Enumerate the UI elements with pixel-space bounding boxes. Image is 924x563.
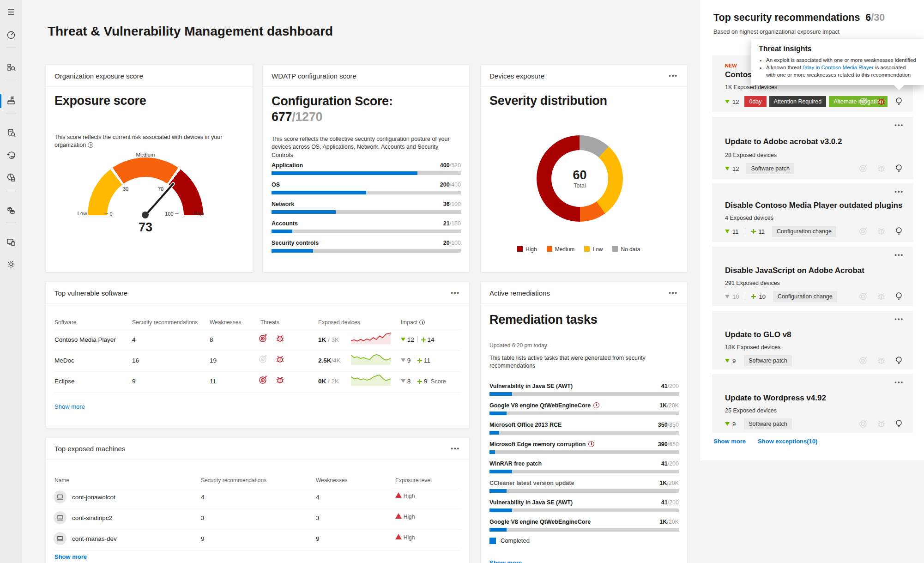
more-menu-icon[interactable]: •••	[669, 74, 678, 78]
recommendation-card[interactable]: ••• Disable Contoso Media Player outdate…	[712, 183, 913, 242]
warning-icon[interactable]	[588, 441, 594, 447]
col-name[interactable]: Name	[54, 477, 69, 484]
insight-bulb-icon[interactable]	[895, 292, 903, 301]
recommendation-title[interactable]: Update to Wordpress v4.92	[725, 393, 826, 403]
show-more-link[interactable]: Show more	[54, 553, 87, 560]
history-icon[interactable]	[0, 147, 22, 163]
remediation-task[interactable]: Vulnerability in Java SE (AWT)41/200	[489, 499, 679, 512]
exploit-target-icon	[859, 227, 868, 236]
remediation-type-badge[interactable]: Software patch	[746, 163, 794, 174]
org-security-icon[interactable]	[0, 59, 22, 76]
remediation-task[interactable]: WinRAR free patch41/200	[489, 460, 679, 473]
show-more-link[interactable]: Show more	[54, 403, 85, 410]
high-exposure-icon	[395, 534, 402, 539]
panel-subtitle: Based on highest organizational exposure…	[713, 29, 839, 35]
show-more-link[interactable]: Show more	[489, 559, 522, 563]
cell-recommendations: 9	[132, 378, 136, 385]
data-search-icon[interactable]	[0, 125, 22, 141]
card-header-label: Organization exposure score	[54, 72, 143, 80]
col-exposed[interactable]: Exposed devices	[318, 319, 360, 326]
more-menu-icon[interactable]: •••	[451, 447, 460, 450]
col-weaknesses[interactable]: Weaknesses	[316, 477, 347, 484]
cell-exposed: 1K / 3K	[318, 336, 339, 343]
remediation-task[interactable]: Google V8 engine QtWebEngineCore1K/20K	[489, 402, 679, 415]
new-label: NEW	[725, 63, 737, 68]
progress-fill	[272, 191, 366, 194]
more-menu-icon[interactable]: •••	[894, 253, 904, 257]
insight-bulb-icon[interactable]	[895, 356, 903, 365]
remediation-task[interactable]: Google V8 engine QtWebEngineCore1K/20K	[489, 519, 679, 532]
legend-swatch	[612, 246, 618, 252]
menu-icon[interactable]	[0, 4, 22, 20]
more-menu-icon[interactable]: •••	[894, 123, 904, 127]
zero-day-badge[interactable]: 0day	[744, 96, 766, 107]
plus-icon	[417, 379, 422, 384]
col-recommendations[interactable]: Security recommendations	[132, 319, 198, 326]
more-menu-icon[interactable]: •••	[669, 291, 678, 295]
remediation-task[interactable]: Microsoft Edge memory corruption390/650	[489, 441, 679, 454]
settings-icon[interactable]	[0, 256, 22, 272]
reports-icon[interactable]	[0, 169, 22, 186]
remediation-type-badge[interactable]: Configuration change	[772, 226, 836, 237]
progress-track	[489, 489, 679, 493]
recommendation-title[interactable]: Disable JavaScript on Adobe Acrobat	[725, 266, 864, 275]
devices-exposure-card: Devices exposure••• Severity distributio…	[481, 65, 687, 272]
high-exposure-icon	[395, 492, 402, 498]
progress-fill	[272, 210, 336, 214]
recommendation-icons	[859, 227, 903, 236]
threat-link[interactable]: 0day in Contoso Media Player	[803, 65, 873, 70]
recommendation-card[interactable]: ••• Update to GLO v8 18K Exposed devices…	[712, 311, 913, 369]
devices-icon[interactable]	[0, 234, 22, 250]
more-menu-icon[interactable]: •••	[894, 381, 904, 384]
tick-mark	[175, 213, 179, 214]
sparkline-chart	[351, 374, 391, 387]
insight-bulb-icon[interactable]	[895, 227, 903, 236]
machine-avatar	[54, 511, 66, 524]
remediation-task[interactable]: Vulnerability in Java SE (AWT)41/200	[489, 383, 679, 396]
config-bar-app: Application400/520	[272, 162, 461, 175]
score-label: Score	[431, 378, 446, 385]
gauge-tick-70: 70	[155, 186, 166, 192]
progress-fill	[489, 489, 507, 493]
remediation-type-badge[interactable]: Configuration change	[773, 291, 837, 302]
recommendation-card[interactable]: ••• Disable JavaScript on Adobe Acrobat …	[712, 247, 913, 306]
info-icon[interactable]	[88, 142, 93, 148]
remediation-task[interactable]: Microsoft Office 2013 RCE350/850	[489, 422, 679, 435]
threat-bug-icon[interactable]	[877, 97, 886, 106]
recommendation-title[interactable]: Update to Adobe acrobat v3.0.2	[725, 137, 842, 146]
more-menu-icon[interactable]: •••	[894, 190, 904, 194]
recommendation-title[interactable]: Disable Contoso Media Player outdated pl…	[725, 201, 902, 210]
secure-score-icon[interactable]	[0, 92, 22, 109]
recommendation-icons	[859, 419, 903, 428]
configuration-score-total: /1270	[292, 110, 322, 124]
insight-bulb-icon[interactable]	[895, 419, 903, 428]
cell-weaknesses: 9	[316, 535, 320, 542]
insight-bulb-icon[interactable]	[895, 97, 903, 106]
remediation-type-badge[interactable]: Software patch	[744, 355, 791, 366]
divider	[54, 371, 461, 372]
col-exposure[interactable]: Exposure level	[395, 477, 432, 484]
recommendation-card[interactable]: ••• Update to Wordpress v4.92 25 Exposed…	[712, 374, 913, 433]
insight-bulb-icon[interactable]	[895, 164, 903, 173]
info-icon[interactable]	[419, 320, 425, 325]
remediation-task[interactable]: CCleaner latest version update1K/20K	[489, 480, 679, 493]
inventory-icon[interactable]	[0, 202, 22, 219]
col-software[interactable]: Software	[54, 319, 76, 326]
recommendation-title[interactable]: Update to GLO v8	[725, 330, 791, 339]
panel-title: Top security recommendations 6/30	[713, 12, 885, 24]
col-threats[interactable]: Threats	[260, 319, 279, 326]
software-name: MeDoc	[54, 357, 74, 364]
col-impact[interactable]: Impact	[401, 319, 425, 326]
more-menu-icon[interactable]: •••	[451, 291, 460, 295]
warning-icon[interactable]	[593, 402, 599, 408]
col-recommendations[interactable]: Security recommendations	[201, 477, 266, 484]
more-menu-icon[interactable]: •••	[894, 317, 904, 321]
col-weaknesses[interactable]: Weaknesses	[210, 319, 241, 326]
trend-down-icon	[401, 358, 405, 362]
show-exceptions-link[interactable]: Show exceptions(10)	[758, 438, 817, 445]
show-more-link[interactable]: Show more	[713, 438, 746, 445]
dashboard-icon[interactable]	[0, 27, 22, 43]
recommendation-card[interactable]: ••• Update to Adobe acrobat v3.0.2 28 Ex…	[712, 117, 913, 179]
remediation-type-badge[interactable]: Software patch	[744, 418, 791, 430]
attention-required-badge[interactable]: Attention Required	[769, 96, 827, 107]
